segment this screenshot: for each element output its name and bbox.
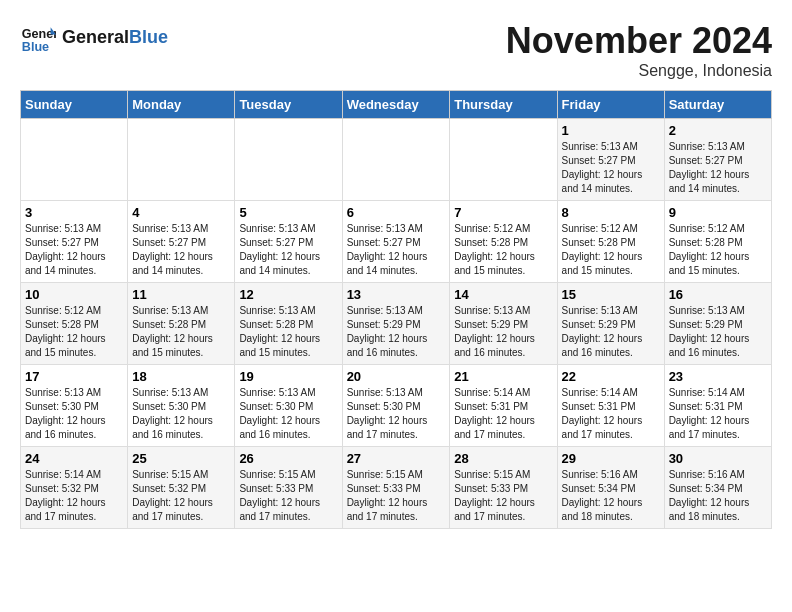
col-saturday: Saturday [664, 91, 771, 119]
day-info: Sunrise: 5:14 AM Sunset: 5:32 PM Dayligh… [25, 468, 123, 524]
calendar-cell: 10Sunrise: 5:12 AM Sunset: 5:28 PM Dayli… [21, 283, 128, 365]
day-info: Sunrise: 5:13 AM Sunset: 5:27 PM Dayligh… [239, 222, 337, 278]
calendar-cell [342, 119, 450, 201]
calendar-cell: 8Sunrise: 5:12 AM Sunset: 5:28 PM Daylig… [557, 201, 664, 283]
day-number: 4 [132, 205, 230, 220]
day-number: 15 [562, 287, 660, 302]
calendar-cell: 3Sunrise: 5:13 AM Sunset: 5:27 PM Daylig… [21, 201, 128, 283]
day-info: Sunrise: 5:12 AM Sunset: 5:28 PM Dayligh… [669, 222, 767, 278]
day-info: Sunrise: 5:14 AM Sunset: 5:31 PM Dayligh… [454, 386, 552, 442]
day-info: Sunrise: 5:15 AM Sunset: 5:33 PM Dayligh… [347, 468, 446, 524]
calendar-cell: 30Sunrise: 5:16 AM Sunset: 5:34 PM Dayli… [664, 447, 771, 529]
day-number: 14 [454, 287, 552, 302]
day-info: Sunrise: 5:16 AM Sunset: 5:34 PM Dayligh… [562, 468, 660, 524]
calendar-cell: 21Sunrise: 5:14 AM Sunset: 5:31 PM Dayli… [450, 365, 557, 447]
day-number: 27 [347, 451, 446, 466]
calendar-cell: 2Sunrise: 5:13 AM Sunset: 5:27 PM Daylig… [664, 119, 771, 201]
col-tuesday: Tuesday [235, 91, 342, 119]
calendar-cell: 22Sunrise: 5:14 AM Sunset: 5:31 PM Dayli… [557, 365, 664, 447]
calendar-cell: 18Sunrise: 5:13 AM Sunset: 5:30 PM Dayli… [128, 365, 235, 447]
week-row-0: 1Sunrise: 5:13 AM Sunset: 5:27 PM Daylig… [21, 119, 772, 201]
calendar-cell [450, 119, 557, 201]
day-number: 19 [239, 369, 337, 384]
calendar-cell: 25Sunrise: 5:15 AM Sunset: 5:32 PM Dayli… [128, 447, 235, 529]
day-info: Sunrise: 5:15 AM Sunset: 5:33 PM Dayligh… [239, 468, 337, 524]
week-row-1: 3Sunrise: 5:13 AM Sunset: 5:27 PM Daylig… [21, 201, 772, 283]
day-info: Sunrise: 5:13 AM Sunset: 5:30 PM Dayligh… [347, 386, 446, 442]
calendar-cell: 20Sunrise: 5:13 AM Sunset: 5:30 PM Dayli… [342, 365, 450, 447]
day-number: 1 [562, 123, 660, 138]
day-info: Sunrise: 5:13 AM Sunset: 5:27 PM Dayligh… [669, 140, 767, 196]
calendar-cell: 16Sunrise: 5:13 AM Sunset: 5:29 PM Dayli… [664, 283, 771, 365]
calendar-cell: 17Sunrise: 5:13 AM Sunset: 5:30 PM Dayli… [21, 365, 128, 447]
day-number: 5 [239, 205, 337, 220]
calendar-body: 1Sunrise: 5:13 AM Sunset: 5:27 PM Daylig… [21, 119, 772, 529]
calendar-cell: 24Sunrise: 5:14 AM Sunset: 5:32 PM Dayli… [21, 447, 128, 529]
week-row-3: 17Sunrise: 5:13 AM Sunset: 5:30 PM Dayli… [21, 365, 772, 447]
day-number: 26 [239, 451, 337, 466]
day-number: 11 [132, 287, 230, 302]
day-info: Sunrise: 5:13 AM Sunset: 5:30 PM Dayligh… [239, 386, 337, 442]
calendar-cell: 5Sunrise: 5:13 AM Sunset: 5:27 PM Daylig… [235, 201, 342, 283]
location-subtitle: Sengge, Indonesia [506, 62, 772, 80]
day-number: 2 [669, 123, 767, 138]
header-row: Sunday Monday Tuesday Wednesday Thursday… [21, 91, 772, 119]
calendar-cell [21, 119, 128, 201]
calendar-cell: 27Sunrise: 5:15 AM Sunset: 5:33 PM Dayli… [342, 447, 450, 529]
day-number: 17 [25, 369, 123, 384]
day-info: Sunrise: 5:13 AM Sunset: 5:29 PM Dayligh… [562, 304, 660, 360]
day-number: 16 [669, 287, 767, 302]
logo-icon: General Blue [20, 20, 56, 56]
day-info: Sunrise: 5:12 AM Sunset: 5:28 PM Dayligh… [562, 222, 660, 278]
day-info: Sunrise: 5:13 AM Sunset: 5:29 PM Dayligh… [669, 304, 767, 360]
col-thursday: Thursday [450, 91, 557, 119]
day-info: Sunrise: 5:13 AM Sunset: 5:29 PM Dayligh… [347, 304, 446, 360]
day-number: 28 [454, 451, 552, 466]
col-wednesday: Wednesday [342, 91, 450, 119]
day-number: 8 [562, 205, 660, 220]
day-info: Sunrise: 5:13 AM Sunset: 5:30 PM Dayligh… [132, 386, 230, 442]
calendar-cell: 28Sunrise: 5:15 AM Sunset: 5:33 PM Dayli… [450, 447, 557, 529]
calendar-cell: 12Sunrise: 5:13 AM Sunset: 5:28 PM Dayli… [235, 283, 342, 365]
day-info: Sunrise: 5:14 AM Sunset: 5:31 PM Dayligh… [562, 386, 660, 442]
calendar-cell [128, 119, 235, 201]
day-info: Sunrise: 5:13 AM Sunset: 5:27 PM Dayligh… [25, 222, 123, 278]
day-number: 13 [347, 287, 446, 302]
day-number: 3 [25, 205, 123, 220]
day-info: Sunrise: 5:13 AM Sunset: 5:27 PM Dayligh… [562, 140, 660, 196]
day-number: 9 [669, 205, 767, 220]
day-number: 10 [25, 287, 123, 302]
day-info: Sunrise: 5:13 AM Sunset: 5:27 PM Dayligh… [132, 222, 230, 278]
week-row-4: 24Sunrise: 5:14 AM Sunset: 5:32 PM Dayli… [21, 447, 772, 529]
col-sunday: Sunday [21, 91, 128, 119]
calendar-cell: 13Sunrise: 5:13 AM Sunset: 5:29 PM Dayli… [342, 283, 450, 365]
day-info: Sunrise: 5:13 AM Sunset: 5:28 PM Dayligh… [239, 304, 337, 360]
day-info: Sunrise: 5:14 AM Sunset: 5:31 PM Dayligh… [669, 386, 767, 442]
calendar-cell: 9Sunrise: 5:12 AM Sunset: 5:28 PM Daylig… [664, 201, 771, 283]
day-number: 21 [454, 369, 552, 384]
calendar-cell: 6Sunrise: 5:13 AM Sunset: 5:27 PM Daylig… [342, 201, 450, 283]
title-block: November 2024 Sengge, Indonesia [506, 20, 772, 80]
day-number: 24 [25, 451, 123, 466]
calendar-cell: 1Sunrise: 5:13 AM Sunset: 5:27 PM Daylig… [557, 119, 664, 201]
col-friday: Friday [557, 91, 664, 119]
day-info: Sunrise: 5:13 AM Sunset: 5:29 PM Dayligh… [454, 304, 552, 360]
logo: General Blue GeneralBlue [20, 20, 168, 56]
day-info: Sunrise: 5:12 AM Sunset: 5:28 PM Dayligh… [25, 304, 123, 360]
day-info: Sunrise: 5:16 AM Sunset: 5:34 PM Dayligh… [669, 468, 767, 524]
col-monday: Monday [128, 91, 235, 119]
day-info: Sunrise: 5:15 AM Sunset: 5:32 PM Dayligh… [132, 468, 230, 524]
logo-text: GeneralBlue [62, 28, 168, 48]
day-number: 7 [454, 205, 552, 220]
day-number: 25 [132, 451, 230, 466]
calendar-cell: 14Sunrise: 5:13 AM Sunset: 5:29 PM Dayli… [450, 283, 557, 365]
day-info: Sunrise: 5:13 AM Sunset: 5:30 PM Dayligh… [25, 386, 123, 442]
day-number: 18 [132, 369, 230, 384]
day-number: 29 [562, 451, 660, 466]
calendar-cell: 26Sunrise: 5:15 AM Sunset: 5:33 PM Dayli… [235, 447, 342, 529]
day-number: 23 [669, 369, 767, 384]
week-row-2: 10Sunrise: 5:12 AM Sunset: 5:28 PM Dayli… [21, 283, 772, 365]
day-number: 20 [347, 369, 446, 384]
day-info: Sunrise: 5:15 AM Sunset: 5:33 PM Dayligh… [454, 468, 552, 524]
day-number: 22 [562, 369, 660, 384]
